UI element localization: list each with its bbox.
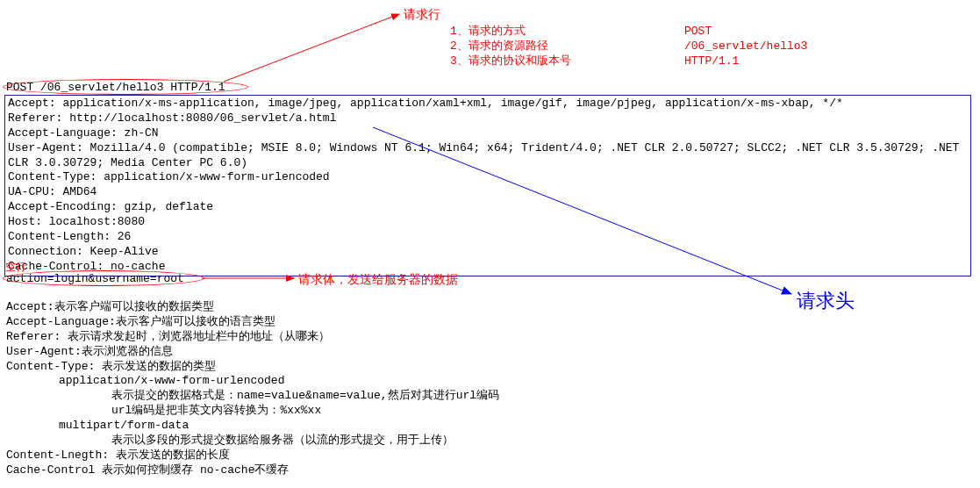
request-header-label: 请求头 bbox=[797, 289, 855, 314]
exp-ct-sub1-desc1: 表示提交的数据格式是：name=value&name=value,然后对其进行u… bbox=[6, 389, 499, 404]
req-part-1: 1、请求的方式 bbox=[450, 25, 571, 39]
hdr-accept-language: Accept-Language: zh-CN bbox=[8, 126, 968, 141]
exp-user-agent: User-Agent:表示浏览器的信息 bbox=[6, 345, 499, 360]
hdr-ua-cpu: UA-CPU: AMD64 bbox=[8, 185, 968, 200]
headers-box: Accept: application/x-ms-application, im… bbox=[4, 95, 971, 276]
exp-ct-sub2-desc: 表示以多段的形式提交数据给服务器（以流的形式提交，用于上传） bbox=[6, 434, 499, 449]
exp-ct-sub1: application/x-www-form-urlencoded bbox=[6, 374, 499, 389]
hdr-content-type: Content-Type: application/x-www-form-url… bbox=[8, 170, 968, 185]
hdr-accept-encoding: Accept-Encoding: gzip, deflate bbox=[8, 200, 968, 215]
req-val-1: POST bbox=[684, 25, 807, 39]
hdr-referer: Referer: http://localhost:8080/06_servle… bbox=[8, 111, 968, 126]
exp-ct-sub2: multipart/form-data bbox=[6, 419, 499, 434]
hdr-host: Host: localhost:8080 bbox=[8, 215, 968, 230]
exp-content-type: Content-Type: 表示发送的数据的类型 bbox=[6, 360, 499, 375]
hdr-user-agent: User-Agent: Mozilla/4.0 (compatible; MSI… bbox=[8, 141, 968, 171]
request-body-label: 请求体，发送给服务器的数据 bbox=[298, 272, 458, 288]
exp-content-length: Content-Lnegth: 表示发送的数据的长度 bbox=[6, 449, 499, 463]
req-val-3: HTTP/1.1 bbox=[684, 54, 807, 69]
exp-accept: Accept:表示客户端可以接收的数据类型 bbox=[6, 300, 499, 315]
request-body: action=login&username=root bbox=[6, 272, 184, 287]
exp-accept-language: Accept-Language:表示客户端可以接收的语言类型 bbox=[6, 315, 499, 330]
hdr-accept: Accept: application/x-ms-application, im… bbox=[8, 97, 968, 111]
request-line: POST /06_servlet/hello3 HTTP/1.1 bbox=[6, 81, 225, 96]
exp-referer: Referer: 表示请求发起时，浏览器地址栏中的地址（从哪来） bbox=[6, 330, 499, 345]
hdr-connection: Connection: Keep-Alive bbox=[8, 245, 968, 260]
svg-line-0 bbox=[224, 14, 399, 82]
req-val-2: /06_servlet/hello3 bbox=[684, 39, 807, 54]
req-part-3: 3、请求的协议和版本号 bbox=[450, 54, 571, 69]
hdr-content-length: Content-Length: 26 bbox=[8, 230, 968, 245]
explanations: Accept:表示客户端可以接收的数据类型 Accept-Language:表示… bbox=[6, 300, 499, 478]
req-part-2: 2、请求的资源路径 bbox=[450, 39, 571, 54]
exp-cache-control: Cache-Control 表示如何控制缓存 no-cache不缓存 bbox=[6, 463, 499, 478]
request-line-label: 请求行 bbox=[404, 7, 440, 23]
exp-ct-sub1-desc2: url编码是把非英文内容转换为：%xx%xx bbox=[6, 404, 499, 419]
